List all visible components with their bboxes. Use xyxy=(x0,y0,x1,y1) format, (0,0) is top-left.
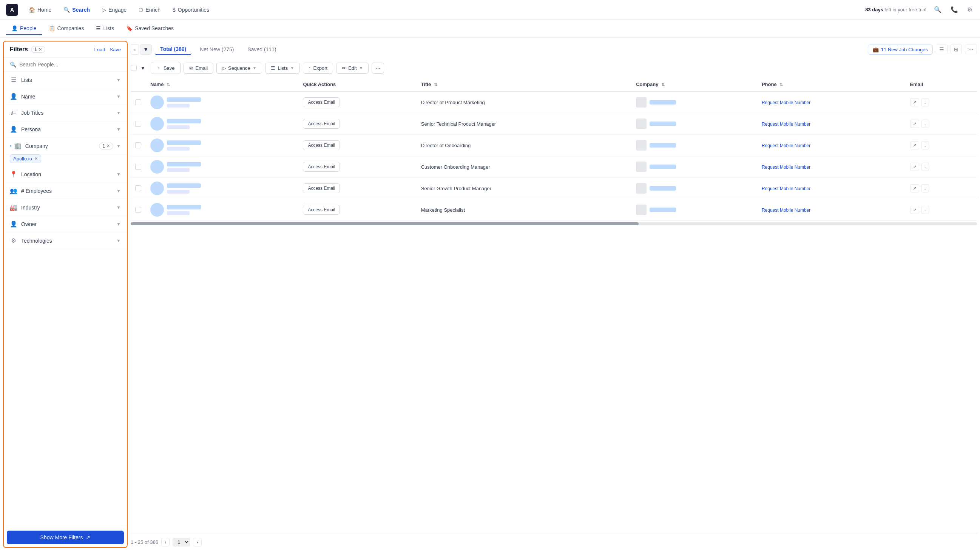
access-email-button[interactable]: Access Email xyxy=(303,183,340,193)
horizontal-scrollbar[interactable] xyxy=(130,222,977,225)
open-email-button[interactable]: ↗ xyxy=(910,120,919,128)
th-email[interactable]: Email xyxy=(905,78,977,91)
edit-action-button[interactable]: ✏ Edit ▼ xyxy=(336,63,369,74)
nav-engage[interactable]: ▷ Engage xyxy=(97,5,131,15)
filter-industry[interactable]: 🏭 Industry ▼ xyxy=(4,199,127,216)
request-mobile-button[interactable]: Request Mobile Number xyxy=(762,186,810,191)
action-bar: ▼ ＋ Save ✉ Email ▷ Sequence ▼ ☰ Lists ▼ … xyxy=(130,60,977,76)
row-checkbox[interactable] xyxy=(135,164,141,170)
filter-name[interactable]: 👤 Name ▼ xyxy=(4,88,127,105)
filter-employees[interactable]: 👥 # Employees ▼ xyxy=(4,183,127,199)
access-email-button[interactable]: Access Email xyxy=(303,205,340,215)
filter-prev-button[interactable]: ‹ xyxy=(130,44,139,55)
download-email-button[interactable]: ↓ xyxy=(921,141,929,149)
nav-search[interactable]: 🔍 Search xyxy=(59,5,94,15)
lists-action-button[interactable]: ☰ Lists ▼ xyxy=(265,63,300,74)
more-view-options-button[interactable]: ⋯ xyxy=(965,44,977,54)
prev-page-button[interactable]: ‹ xyxy=(161,538,170,546)
filter-job-titles[interactable]: 🏷 Job Titles ▼ xyxy=(4,105,127,121)
row-checkbox[interactable] xyxy=(135,99,141,105)
subnav-saved-searches[interactable]: 🔖 Saved Searches xyxy=(121,22,179,35)
app-logo[interactable]: A xyxy=(6,4,18,16)
open-email-button[interactable]: ↗ xyxy=(910,98,919,106)
subnav-people[interactable]: 👤 People xyxy=(6,22,42,35)
person-name-blurred xyxy=(167,119,201,124)
request-mobile-button[interactable]: Request Mobile Number xyxy=(762,100,810,105)
request-mobile-button[interactable]: Request Mobile Number xyxy=(762,208,810,213)
request-mobile-button[interactable]: Request Mobile Number xyxy=(762,122,810,127)
export-action-button[interactable]: ↑ Export xyxy=(303,63,333,74)
grid-view-button[interactable]: ⊞ xyxy=(951,44,962,54)
filter-company[interactable]: ● 🏢 Company 1 ✕ ▼ xyxy=(4,138,127,154)
access-email-button[interactable]: Access Email xyxy=(303,162,340,172)
row-checkbox[interactable] xyxy=(135,121,141,127)
search-people-input[interactable] xyxy=(19,62,121,68)
open-email-button[interactable]: ↗ xyxy=(910,163,919,171)
filter-funnel-button[interactable]: ▼ xyxy=(140,44,152,55)
th-title[interactable]: Title ⇅ xyxy=(417,78,632,91)
pagination-bar: 1 - 25 of 386 ‹ 1 › xyxy=(130,534,977,548)
access-email-button[interactable]: Access Email xyxy=(303,119,340,129)
remove-company-tag-button[interactable]: ✕ xyxy=(34,156,38,161)
phone-button[interactable]: 📞 xyxy=(949,5,959,15)
sequence-action-button[interactable]: ▷ Sequence ▼ xyxy=(216,63,262,74)
subnav-lists[interactable]: ☰ Lists xyxy=(91,22,119,35)
row-checkbox[interactable] xyxy=(135,185,141,191)
next-page-button[interactable]: › xyxy=(193,538,201,546)
email-cell: ↗ ↓ xyxy=(905,199,977,221)
tab-saved[interactable]: Saved (111) xyxy=(242,44,282,55)
access-email-button[interactable]: Access Email xyxy=(303,140,340,150)
list-view-button[interactable]: ☰ xyxy=(936,44,948,54)
th-company[interactable]: Company ⇅ xyxy=(632,78,757,91)
select-dropdown-button[interactable]: ▼ xyxy=(138,64,148,73)
tab-net-new[interactable]: Net New (275) xyxy=(194,44,239,55)
email-cell: ↗ ↓ xyxy=(905,178,977,199)
clear-company-filter-button[interactable]: ✕ xyxy=(107,143,110,148)
request-mobile-button[interactable]: Request Mobile Number xyxy=(762,143,810,148)
filter-location[interactable]: 📍 Location ▼ xyxy=(4,166,127,183)
person-cell xyxy=(146,156,298,178)
open-email-button[interactable]: ↗ xyxy=(910,141,919,149)
settings-button[interactable]: ⚙ xyxy=(966,5,974,15)
save-filters-button[interactable]: Save xyxy=(110,47,121,52)
th-name[interactable]: Name ⇅ xyxy=(146,78,298,91)
job-changes-button[interactable]: 💼 11 New Job Changes xyxy=(868,44,933,55)
avatar xyxy=(150,95,164,109)
persona-filter-icon: 👤 xyxy=(10,125,18,133)
download-email-button[interactable]: ↓ xyxy=(921,184,929,192)
nav-home[interactable]: 🏠 Home xyxy=(24,5,56,15)
row-checkbox[interactable] xyxy=(135,142,141,148)
row-checkbox[interactable] xyxy=(135,207,141,213)
download-email-button[interactable]: ↓ xyxy=(921,206,929,214)
open-email-button[interactable]: ↗ xyxy=(910,184,919,192)
tab-total[interactable]: Total (386) xyxy=(155,44,191,55)
engage-icon: ▷ xyxy=(102,7,106,13)
show-more-filters-button[interactable]: Show More Filters ↗ xyxy=(7,530,124,544)
download-email-button[interactable]: ↓ xyxy=(921,163,929,171)
save-action-button[interactable]: ＋ Save xyxy=(151,62,181,74)
filter-technologies[interactable]: ⚙ Technologies ▼ xyxy=(4,232,127,249)
request-mobile-button[interactable]: Request Mobile Number xyxy=(762,165,810,170)
more-actions-button[interactable]: ··· xyxy=(372,63,384,74)
page-select[interactable]: 1 xyxy=(173,538,190,546)
title-sort-icon: ⇅ xyxy=(434,82,438,87)
load-filters-button[interactable]: Load xyxy=(94,47,105,52)
select-all-checkbox[interactable] xyxy=(130,65,137,71)
nav-opportunities[interactable]: $ Opportunities xyxy=(168,5,214,15)
download-email-button[interactable]: ↓ xyxy=(921,120,929,128)
home-icon: 🏠 xyxy=(29,7,35,13)
download-email-button[interactable]: ↓ xyxy=(921,98,929,106)
access-email-button[interactable]: Access Email xyxy=(303,97,340,107)
subnav-companies[interactable]: 📋 Companies xyxy=(43,22,89,35)
filter-persona[interactable]: 👤 Persona ▼ xyxy=(4,121,127,138)
global-search-button[interactable]: 🔍 xyxy=(932,5,943,15)
company-filter-count: 1 ✕ xyxy=(99,143,113,149)
nav-enrich[interactable]: ⬡ Enrich xyxy=(134,5,165,15)
th-phone[interactable]: Phone ⇅ xyxy=(757,78,905,91)
name-filter-icon: 👤 xyxy=(10,93,18,100)
email-action-button[interactable]: ✉ Email xyxy=(183,63,214,74)
open-email-button[interactable]: ↗ xyxy=(910,206,919,214)
filter-lists[interactable]: ☰ Lists ▼ xyxy=(4,72,127,88)
clear-filters-button[interactable]: ✕ xyxy=(38,47,42,52)
filter-owner[interactable]: 👤 Owner ▼ xyxy=(4,216,127,232)
